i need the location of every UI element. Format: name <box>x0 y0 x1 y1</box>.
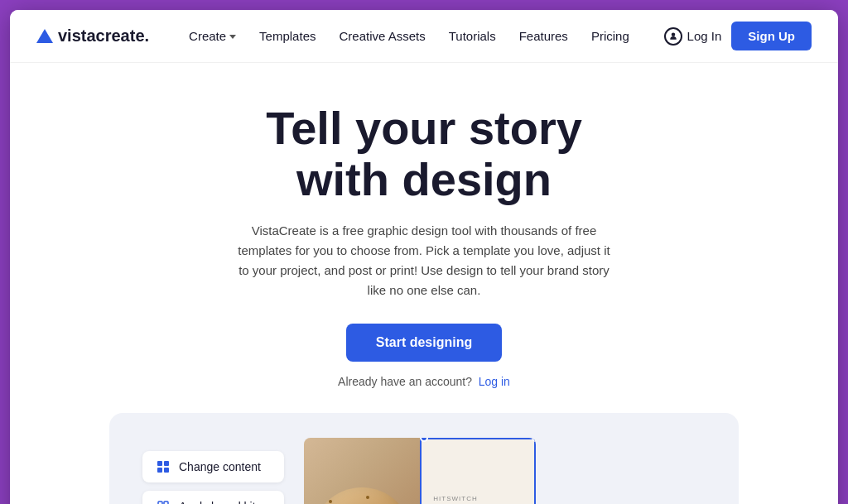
preview-card: HitSwitch we made The Best <box>304 438 536 504</box>
user-icon <box>664 27 682 46</box>
sesame <box>329 500 332 503</box>
hero-section: Tell your story with design VistaCreate … <box>10 63 838 405</box>
hero-login-link[interactable]: Log in <box>479 375 510 388</box>
svg-rect-1 <box>164 461 169 466</box>
nav-tutorials[interactable]: Tutorials <box>449 29 496 43</box>
svg-rect-3 <box>164 468 169 473</box>
logo-text: vistacreate. <box>58 26 149 46</box>
text-side: HitSwitch we made The Best <box>420 438 536 504</box>
svg-rect-0 <box>157 461 162 466</box>
feature-list: Change content Apply brand kit <box>142 438 284 504</box>
signup-button[interactable]: Sign Up <box>731 22 812 50</box>
design-preview: HitSwitch we made The Best <box>304 438 552 504</box>
bread-image <box>304 438 420 504</box>
nav-actions: Log In Sign Up <box>664 22 812 50</box>
nav-templates[interactable]: Templates <box>259 29 316 43</box>
start-designing-button[interactable]: Start designing <box>346 324 502 362</box>
bread-shape <box>312 487 412 504</box>
grid-icon <box>156 459 171 474</box>
demo-inner: Change content Apply brand kit <box>109 413 739 504</box>
logo[interactable]: vistacreate. <box>36 26 149 46</box>
login-button[interactable]: Log In <box>664 27 722 46</box>
account-prompt: Already have an account? Log in <box>36 375 812 388</box>
demo-section: Change content Apply brand kit <box>10 405 838 504</box>
nav-features[interactable]: Features <box>519 29 568 43</box>
sesame <box>366 496 369 499</box>
logo-icon <box>36 29 53 43</box>
brand-icon <box>156 499 171 504</box>
hero-headline: Tell your story with design <box>36 103 812 204</box>
navbar: vistacreate. Create Templates Creative A… <box>10 10 838 63</box>
nav-pricing[interactable]: Pricing <box>591 29 629 43</box>
nav-create[interactable]: Create <box>189 29 236 43</box>
browser-frame: vistacreate. Create Templates Creative A… <box>10 10 838 504</box>
hero-description: VistaCreate is a free graphic design too… <box>234 221 614 300</box>
feature-brand-kit[interactable]: Apply brand kit <box>142 491 284 504</box>
feature-change-content[interactable]: Change content <box>142 451 284 482</box>
svg-rect-2 <box>157 468 162 473</box>
nav-creative-assets[interactable]: Creative Assets <box>339 29 425 43</box>
chevron-down-icon <box>229 35 236 39</box>
card-brand: HitSwitch <box>433 495 523 502</box>
nav-links: Create Templates Creative Assets Tutoria… <box>189 29 664 43</box>
